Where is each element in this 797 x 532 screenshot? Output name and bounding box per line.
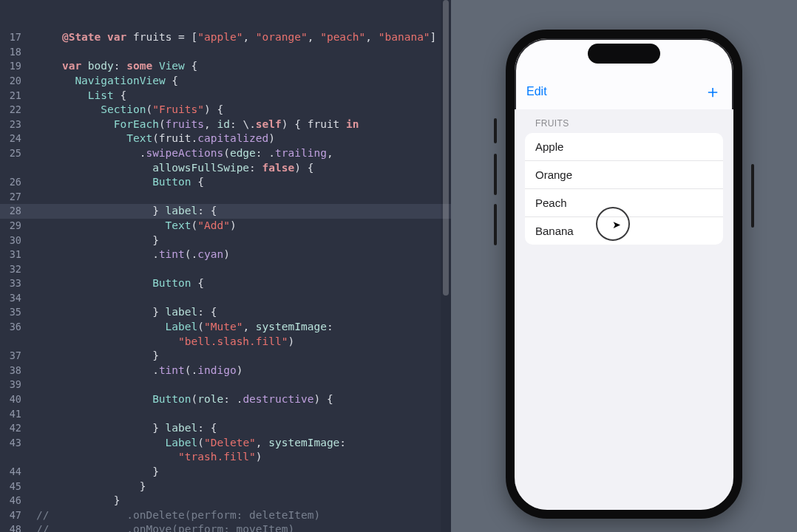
code-line[interactable]: 46 } [0, 494, 451, 508]
preview-canvas: Edit ＋ FRUITS AppleOrangePeachBanana ➤ [451, 0, 797, 532]
code-content[interactable]: // .onDelete(perform: deleteItem) [30, 508, 451, 523]
code-line[interactable]: 19 var body: some View { [0, 59, 451, 74]
code-line[interactable]: 41 [0, 407, 451, 422]
code-content[interactable]: "trash.fill") [30, 450, 451, 465]
line-number: 25 [0, 146, 27, 161]
code-line[interactable]: 44 } [0, 465, 451, 480]
list-item[interactable]: Orange [525, 161, 723, 189]
code-content[interactable]: Label("Mute", systemImage: [30, 320, 451, 335]
line-number: 38 [0, 364, 27, 378]
code-content[interactable] [30, 378, 451, 392]
code-line[interactable]: 22 Section("Fruits") { [0, 103, 451, 117]
code-content[interactable]: Label("Delete", systemImage: [30, 436, 451, 451]
code-line[interactable]: 31 .tint(.cyan) [0, 248, 451, 262]
line-number: 18 [0, 45, 27, 60]
line-number: 42 [0, 421, 27, 436]
code-line[interactable]: 29 Text("Add") [0, 219, 451, 233]
code-content[interactable]: List { [30, 89, 451, 103]
editor-scrollbar-thumb[interactable] [443, 0, 449, 296]
code-content[interactable]: } label: { [30, 305, 451, 320]
code-line[interactable]: 34 [0, 291, 451, 306]
code-content[interactable]: Button { [30, 276, 451, 291]
code-content[interactable]: .swipeActions(edge: .trailing, [30, 146, 451, 161]
code-line[interactable]: 48// .onMove(perform: moveItem) [0, 522, 451, 532]
code-line[interactable]: 43 Label("Delete", systemImage: [0, 436, 451, 451]
code-content[interactable]: .tint(.cyan) [30, 248, 451, 262]
code-line[interactable]: 38 .tint(.indigo) [0, 364, 451, 378]
line-number: 24 [0, 132, 27, 146]
code-content[interactable]: @State var fruits = ["apple", "orange", … [30, 30, 451, 45]
line-number [0, 335, 27, 349]
code-line[interactable]: 24 Text(fruit.capitalized) [0, 132, 451, 146]
code-line[interactable]: 35 } label: { [0, 305, 451, 320]
code-content[interactable]: } [30, 494, 451, 508]
code-editor[interactable]: 17 @State var fruits = ["apple", "orange… [0, 0, 451, 532]
code-content[interactable]: "bell.slash.fill") [30, 335, 451, 349]
code-content[interactable]: var body: some View { [30, 59, 451, 74]
code-line[interactable]: 21 List { [0, 89, 451, 103]
code-line[interactable]: 20 NavigationView { [0, 74, 451, 89]
code-content[interactable]: // .onMove(perform: moveItem) [30, 522, 451, 532]
list-item[interactable]: Peach [525, 189, 723, 217]
code-line[interactable]: allowsFullSwipe: false) { [0, 161, 451, 176]
code-content[interactable]: } label: { [30, 204, 451, 219]
list-item[interactable]: Banana [525, 217, 723, 245]
add-button[interactable]: ＋ [704, 83, 722, 100]
code-content[interactable] [30, 407, 451, 422]
code-line[interactable]: 33 Button { [0, 276, 451, 291]
code-content[interactable] [30, 45, 451, 60]
code-line[interactable]: 28 } label: { [0, 204, 451, 219]
line-number: 45 [0, 480, 27, 494]
code-line[interactable]: 45 } [0, 480, 451, 494]
code-content[interactable]: allowsFullSwipe: false) { [30, 161, 451, 176]
code-content[interactable]: ForEach(fruits, id: \.self) { fruit in [30, 117, 451, 132]
line-number: 30 [0, 233, 27, 248]
code-line[interactable]: "trash.fill") [0, 450, 451, 465]
code-line[interactable]: 27 [0, 190, 451, 205]
ios-list-view[interactable]: FRUITS AppleOrangePeachBanana [515, 109, 733, 510]
code-content[interactable]: } [30, 233, 451, 248]
code-content[interactable] [30, 291, 451, 306]
code-content[interactable]: Button { [30, 175, 451, 190]
code-line[interactable]: 18 [0, 45, 451, 60]
code-line[interactable]: 32 [0, 262, 451, 277]
dynamic-island [588, 44, 660, 64]
editor-scrollbar[interactable] [441, 0, 451, 532]
code-line[interactable]: 23 ForEach(fruits, id: \.self) { fruit i… [0, 117, 451, 132]
code-content[interactable]: Button(role: .destructive) { [30, 392, 451, 407]
code-line[interactable]: 37 } [0, 349, 451, 364]
edit-button[interactable]: Edit [526, 85, 547, 98]
code-line[interactable]: 26 Button { [0, 175, 451, 190]
code-content[interactable] [30, 190, 451, 205]
line-number: 34 [0, 291, 27, 306]
code-line[interactable]: 25 .swipeActions(edge: .trailing, [0, 146, 451, 161]
code-content[interactable] [30, 262, 451, 277]
line-number: 47 [0, 508, 27, 523]
code-line[interactable]: 30 } [0, 233, 451, 248]
line-number: 28 [0, 204, 27, 219]
line-number: 40 [0, 392, 27, 407]
iphone-simulator: Edit ＋ FRUITS AppleOrangePeachBanana ➤ [506, 30, 742, 519]
code-line[interactable]: "bell.slash.fill") [0, 335, 451, 349]
code-line[interactable]: 42 } label: { [0, 421, 451, 436]
code-line[interactable]: 47// .onDelete(perform: deleteItem) [0, 508, 451, 523]
list-item[interactable]: Apple [525, 133, 723, 161]
code-content[interactable]: NavigationView { [30, 74, 451, 89]
code-content[interactable]: Text(fruit.capitalized) [30, 132, 451, 146]
code-line[interactable]: 36 Label("Mute", systemImage: [0, 320, 451, 335]
ios-navigation-bar: Edit ＋ [515, 78, 733, 105]
code-line[interactable]: 17 @State var fruits = ["apple", "orange… [0, 30, 451, 45]
code-content[interactable]: } [30, 480, 451, 494]
phone-side-button [751, 164, 754, 228]
code-line[interactable]: 39 [0, 378, 451, 392]
code-content[interactable]: } [30, 349, 451, 364]
code-content[interactable]: .tint(.indigo) [30, 364, 451, 378]
line-number: 19 [0, 59, 27, 74]
code-line[interactable]: 40 Button(role: .destructive) { [0, 392, 451, 407]
code-content[interactable]: } [30, 465, 451, 480]
code-content[interactable]: } label: { [30, 421, 451, 436]
line-number: 46 [0, 494, 27, 508]
code-content[interactable]: Section("Fruits") { [30, 103, 451, 117]
line-number: 44 [0, 465, 27, 480]
code-content[interactable]: Text("Add") [30, 219, 451, 233]
